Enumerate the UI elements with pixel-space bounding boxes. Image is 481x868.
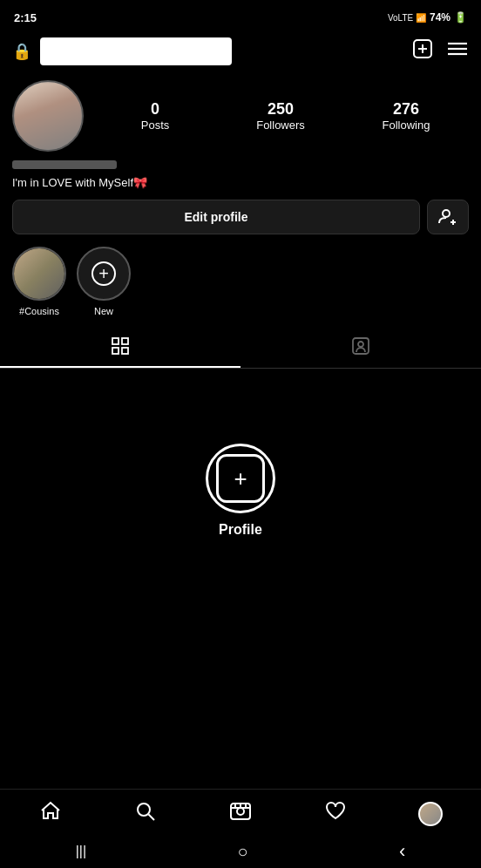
tabs-row [0,329,481,369]
username-display [12,160,117,169]
posts-stat: 0 Posts [92,100,218,132]
following-stat[interactable]: 276 Following [343,100,469,132]
bottom-nav: ||| ○ ‹ [0,789,481,868]
avatar[interactable] [12,80,84,152]
system-nav: ||| ○ ‹ [0,838,481,868]
recent-icon: ||| [76,844,86,859]
home-sys-icon: ○ [238,842,248,862]
back-icon: ‹ [399,840,405,863]
profile-section: 0 Posts 250 Followers 276 Following I'm … [0,71,481,234]
signal-icon: VoLTE 📶 [388,13,426,23]
story-new[interactable]: + New [77,247,131,316]
nav-icons [411,37,469,65]
svg-point-6 [443,210,450,217]
posts-label: Posts [92,119,218,132]
menu-button[interactable] [446,37,469,65]
status-icons: VoLTE 📶 74% 🔋 [388,11,467,24]
svg-point-18 [237,808,244,815]
story-cousins-label: #Cousins [19,306,59,316]
story-new-label: New [94,306,113,316]
nav-reels[interactable] [193,790,288,838]
svg-rect-12 [122,348,128,354]
svg-line-16 [149,815,155,821]
battery-text: 74% [430,11,451,24]
bio-text: I'm in LOVE with MySelf🎀 [12,176,469,189]
following-label: Following [343,119,469,132]
home-icon [39,800,62,828]
reels-icon [229,800,252,828]
status-time: 2:15 [14,11,37,24]
search-icon [134,800,157,828]
nav-home[interactable] [3,790,98,838]
sys-home-button[interactable]: ○ [220,838,266,865]
followers-count: 250 [218,100,343,119]
svg-point-14 [358,342,363,347]
followers-stat[interactable]: 250 Followers [218,100,343,132]
username-bar [40,37,232,65]
profile-avatar-thumb [418,802,443,826]
create-post-button[interactable]: + [206,444,275,513]
story-cousins-circle [12,247,66,301]
edit-profile-button[interactable]: Edit profile [12,200,420,234]
tab-tagged[interactable] [240,329,481,368]
svg-rect-13 [353,338,369,354]
sys-back-button[interactable]: ‹ [382,837,423,866]
battery-icon: 🔋 [454,11,467,24]
story-cousins[interactable]: #Cousins [12,247,66,316]
heart-icon [324,800,347,828]
stories-row: #Cousins + New [0,247,481,329]
bottom-nav-items [0,790,481,838]
status-bar: 2:15 VoLTE 📶 74% 🔋 [0,0,481,31]
story-new-circle: + [77,247,131,301]
stats-row: 0 Posts 250 Followers 276 Following [92,100,469,132]
posts-count: 0 [92,100,218,119]
svg-point-15 [138,804,150,816]
svg-rect-9 [112,338,119,344]
lock-icon: 🔒 [12,42,31,61]
nav-activity[interactable] [288,790,383,838]
top-nav: 🔒 [0,31,481,71]
sys-recent-button[interactable]: ||| [58,840,104,863]
followers-label: Followers [218,119,343,132]
grid-icon [110,336,131,362]
nav-profile[interactable] [383,790,478,838]
profile-buttons: Edit profile [12,200,469,234]
center-post-area: + Profile [206,444,275,538]
tagged-icon [350,336,371,362]
create-post-icon: + [216,454,265,503]
profile-top: 0 Posts 250 Followers 276 Following [12,80,469,152]
add-post-button[interactable] [411,37,434,65]
center-post-label: Profile [219,522,262,538]
svg-rect-11 [112,348,119,354]
following-count: 276 [343,100,469,119]
svg-rect-10 [122,338,128,344]
content-area: + Profile [0,369,481,613]
story-new-plus-icon: + [91,261,116,286]
add-person-button[interactable] [427,200,469,234]
tab-grid[interactable] [0,329,240,368]
nav-search[interactable] [98,790,193,838]
